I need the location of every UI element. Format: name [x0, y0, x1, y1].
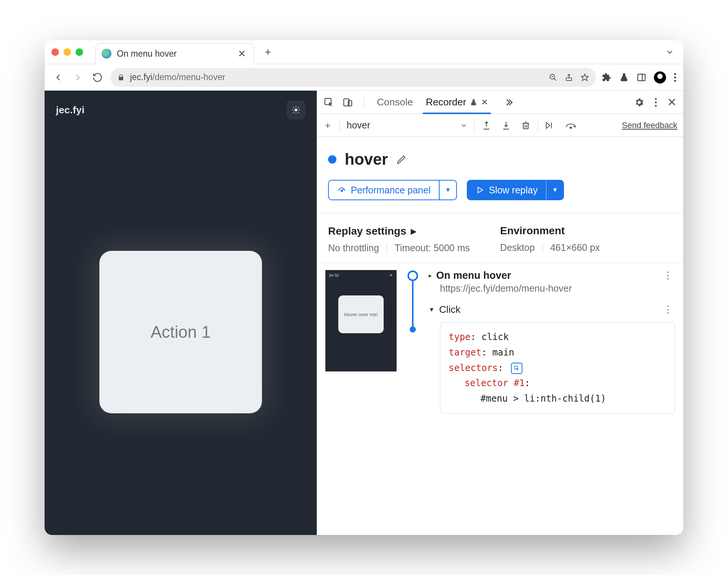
svg-line-1 — [554, 78, 556, 80]
favicon-icon — [102, 49, 112, 59]
close-tab-button[interactable]: ✕ — [238, 48, 246, 60]
svg-point-9 — [674, 80, 676, 82]
tabs-dropdown-button[interactable] — [665, 48, 674, 57]
svg-point-8 — [674, 76, 676, 78]
throttling-value: No throttling — [328, 243, 379, 253]
theme-toggle-button[interactable] — [287, 100, 305, 119]
recording-selector[interactable]: hover — [347, 120, 468, 131]
recording-header: hover Performance panel ▼ Slo — [317, 137, 683, 210]
performance-panel-dropdown[interactable]: ▼ — [439, 181, 456, 199]
more-tabs-icon[interactable] — [504, 97, 514, 107]
svg-line-16 — [298, 112, 299, 113]
new-tab-button[interactable]: + — [265, 46, 271, 59]
chevron-down-icon — [460, 122, 468, 129]
browser-tab[interactable]: On menu hover ✕ — [95, 43, 254, 64]
svg-line-17 — [293, 112, 294, 113]
labs-icon[interactable] — [619, 73, 629, 82]
timeout-value: Timeout: 5000 ms — [395, 243, 470, 253]
selector-picker-icon[interactable] — [511, 363, 522, 374]
browser-window: On menu hover ✕ + jec.fyi/demo/menu-hove… — [45, 40, 683, 535]
svg-point-23 — [655, 101, 657, 103]
window-controls — [51, 48, 83, 56]
back-button[interactable] — [51, 71, 65, 84]
import-icon[interactable] — [501, 121, 511, 130]
svg-point-24 — [655, 105, 657, 107]
svg-point-7 — [674, 73, 676, 75]
svg-point-10 — [294, 108, 297, 111]
environment-size: 461×660 px — [550, 242, 600, 253]
svg-line-15 — [293, 107, 294, 108]
disclose-nav-icon[interactable]: ▸ — [429, 272, 432, 279]
rename-recording-button[interactable] — [396, 154, 407, 165]
site-brand[interactable]: jec.fyi — [56, 104, 85, 116]
recording-steps: jec.fyi☀ Hover over me! ▸ On menu hover … — [317, 263, 683, 429]
disclose-click-icon[interactable]: ▼ — [429, 306, 435, 313]
toolbar: jec.fyi/demo/menu-hover — [45, 64, 683, 91]
environment-device: Desktop — [500, 242, 535, 253]
svg-point-22 — [655, 98, 657, 100]
svg-marker-37 — [478, 187, 483, 193]
close-panel-button[interactable]: ✕ — [481, 97, 488, 107]
extensions-icon[interactable] — [602, 73, 612, 82]
svg-rect-5 — [638, 74, 645, 80]
window-titlebar: On menu hover ✕ + — [45, 40, 683, 64]
address-text: jec.fyi/demo/menu-hover — [130, 72, 225, 82]
close-window-button[interactable] — [51, 48, 59, 56]
svg-point-34 — [570, 127, 572, 128]
step-over-icon[interactable] — [565, 121, 576, 130]
tab-console[interactable]: Console — [375, 96, 415, 108]
recording-selector-value: hover — [347, 120, 370, 131]
recorder-toolbar: ＋ hover Send feedback — [317, 114, 683, 137]
svg-marker-4 — [581, 74, 588, 80]
tab-title: On menu hover — [117, 49, 177, 59]
demo-card-text: Action 1 — [151, 323, 211, 342]
device-toolbar-icon[interactable] — [342, 97, 353, 108]
step-code-box[interactable]: type: click target: main selectors: sele… — [440, 322, 675, 414]
settings-icon[interactable] — [634, 97, 644, 108]
chevron-right-icon: ▸ — [411, 225, 416, 237]
recording-title: hover — [345, 150, 388, 168]
slow-replay-dropdown[interactable]: ▼ — [546, 181, 563, 199]
profile-avatar[interactable] — [654, 71, 666, 83]
click-step-menu-icon[interactable]: ⋮ — [661, 304, 675, 315]
minimize-window-button[interactable] — [64, 48, 71, 56]
svg-marker-32 — [546, 122, 550, 128]
devtools-menu-icon[interactable] — [654, 97, 657, 107]
step-thumbnail[interactable]: jec.fyi☀ Hover over me! — [325, 270, 397, 372]
export-icon[interactable] — [482, 121, 491, 130]
side-panel-icon[interactable] — [637, 73, 646, 82]
reload-button[interactable] — [91, 71, 104, 84]
nav-step-menu-icon[interactable]: ⋮ — [661, 270, 675, 281]
address-bar[interactable]: jec.fyi/demo/menu-hover — [110, 68, 596, 87]
bookmark-icon[interactable] — [581, 73, 589, 82]
devtools-panel: Console Recorder ✕ ✕ ＋ hover — [317, 91, 683, 535]
step-play-icon[interactable] — [545, 121, 555, 130]
step-timeline — [406, 270, 420, 332]
experiment-icon — [470, 99, 477, 106]
fullscreen-window-button[interactable] — [76, 48, 83, 56]
lock-icon — [117, 74, 125, 81]
send-feedback-link[interactable]: Send feedback — [622, 121, 677, 130]
replay-settings: Replay settings ▸ No throttling Timeout:… — [317, 213, 683, 263]
selector-body: #menu > li:nth-child(1) — [449, 391, 666, 407]
tab-recorder[interactable]: Recorder ✕ — [423, 96, 490, 108]
demo-card[interactable]: Action 1 — [99, 251, 262, 413]
zoom-icon[interactable] — [549, 73, 557, 82]
page-content: jec.fyi Action 1 — [45, 91, 317, 535]
devtools-tabstrip: Console Recorder ✕ ✕ — [317, 91, 683, 114]
slow-replay-button[interactable]: Slow replay ▼ — [467, 180, 564, 200]
close-devtools-icon[interactable]: ✕ — [667, 96, 677, 109]
new-recording-button[interactable]: ＋ — [323, 119, 333, 132]
svg-line-18 — [298, 107, 299, 108]
environment-heading: Environment — [500, 225, 600, 237]
recording-status-dot — [328, 155, 336, 164]
replay-settings-heading[interactable]: Replay settings ▸ — [328, 225, 470, 237]
nav-step-url: https://jec.fyi/demo/menu-hover — [440, 283, 675, 294]
performance-panel-button[interactable]: Performance panel ▼ — [328, 180, 457, 200]
svg-rect-27 — [524, 123, 528, 128]
delete-icon[interactable] — [521, 121, 531, 130]
share-icon[interactable] — [565, 73, 573, 82]
forward-button[interactable] — [71, 71, 85, 84]
browser-menu-icon[interactable] — [674, 73, 677, 82]
inspect-element-icon[interactable] — [324, 97, 334, 108]
